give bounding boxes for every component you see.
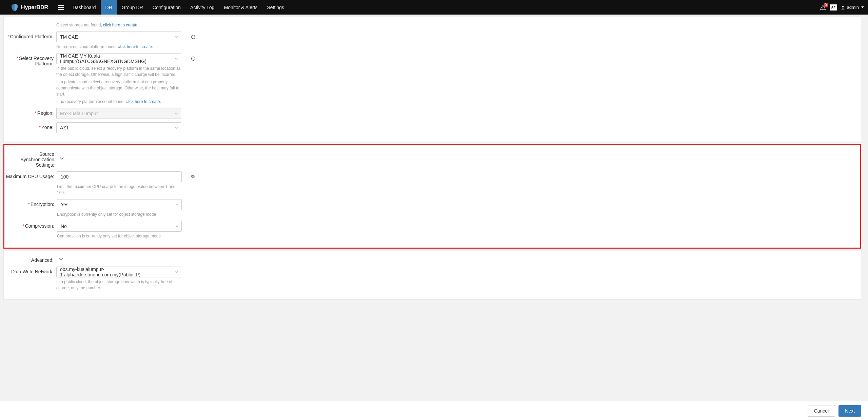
nav-item-group-dr[interactable]: Group DR: [117, 0, 148, 15]
hint-recovery-1: In the public cloud, select a recovery p…: [56, 65, 181, 78]
select-data-write-network[interactable]: obs.my-kualalumpur-1.alphaedge.tmone.com…: [56, 267, 181, 277]
hint-max-cpu: Limit the maximum CPU usage to an intege…: [57, 184, 182, 196]
user-menu[interactable]: admin: [841, 5, 864, 10]
select-encryption[interactable]: Yes: [57, 199, 182, 210]
input-max-cpu-field[interactable]: [61, 172, 172, 182]
row-data-write-network: Data Write Network: obs.my-kualalumpur-1…: [4, 265, 861, 293]
hamburger-icon: [58, 5, 64, 10]
alerts-button[interactable]: 0: [820, 4, 826, 11]
section-sync-title: Source Synchronization Settings:: [4, 149, 57, 168]
chevron-down-icon: [175, 271, 178, 273]
row-compression: *Compression: No Compression is currentl…: [4, 219, 860, 241]
select-value: No: [61, 224, 67, 229]
select-compression[interactable]: No: [57, 221, 182, 232]
row-configured-platform: *Configured Platform: TM CAE No required…: [4, 30, 861, 51]
chevron-down-icon: [175, 112, 178, 114]
row-encryption: *Encryption: Yes Encryption is currently…: [4, 197, 860, 219]
panel-sync-settings: Source Synchronization Settings: Maximum…: [3, 144, 861, 249]
nav-item-dr[interactable]: DR: [101, 0, 117, 15]
label-zone: *Zone:: [4, 122, 56, 130]
panel-advanced: Advanced: Data Write Network: obs.my-kua…: [3, 251, 861, 300]
user-icon: [841, 5, 845, 10]
select-zone[interactable]: AZ1: [56, 122, 181, 133]
hint-object-storage: Object storage not found, click here to …: [56, 22, 181, 28]
label-region: *Region:: [4, 108, 56, 116]
link-create-platform[interactable]: click here to create: [118, 44, 152, 49]
select-value: AZ1: [60, 125, 69, 130]
lang-badge-text: A⁺: [831, 5, 835, 9]
refresh-icon: [191, 34, 196, 40]
chevron-down-icon: [175, 36, 178, 38]
brand-text: HyperBDR: [21, 4, 48, 10]
shield-logo-icon: [10, 3, 19, 12]
panel-dr-platform: Object storage not found, click here to …: [3, 17, 861, 142]
top-nav: HyperBDR Dashboard DR Group DR Configura…: [0, 0, 868, 15]
nav-item-monitor-alerts[interactable]: Monitor & Alerts: [219, 0, 262, 15]
row-recovery-platform: *Select Recovery Platform: TM CAE-MY-Kua…: [4, 51, 861, 106]
hint-data-write: In a public cloud, the object storage ba…: [56, 279, 181, 291]
refresh-configured-platform[interactable]: [190, 34, 196, 40]
top-nav-left: HyperBDR Dashboard DR Group DR Configura…: [0, 0, 289, 15]
chevron-down-icon: [175, 225, 179, 227]
svg-point-2: [842, 6, 844, 7]
next-button[interactable]: Next: [839, 405, 861, 417]
section-advanced-title: Advanced:: [4, 255, 56, 263]
chevron-down-icon: [59, 258, 63, 260]
nav-label: DR: [105, 5, 112, 10]
select-value: MY-Kuala Lumpur: [60, 111, 98, 116]
chevron-down-icon: [175, 204, 179, 206]
hamburger-menu[interactable]: [54, 0, 68, 15]
hint-recovery-3: If no recovery platform account found, c…: [56, 99, 181, 105]
label-configured-platform: *Configured Platform:: [4, 31, 56, 39]
select-value: Yes: [61, 202, 68, 207]
link-create-recovery-platform[interactable]: click here to create: [126, 99, 160, 104]
label-max-cpu: Maximum CPU Usage:: [4, 171, 57, 179]
chevron-down-icon: [60, 157, 64, 160]
hint-recovery-2: In a private cloud, select a recovery pl…: [56, 79, 181, 97]
hint-compression: Compression is currently only set for ob…: [57, 233, 182, 239]
nav-item-activity-log[interactable]: Activity Log: [185, 0, 219, 15]
top-nav-right: 0 A⁺ admin: [820, 4, 864, 11]
nav-item-configuration[interactable]: Configuration: [148, 0, 185, 15]
row-region: *Region: MY-Kuala Lumpur: [4, 106, 861, 121]
input-max-cpu[interactable]: [57, 171, 182, 182]
section-advanced-header[interactable]: Advanced:: [4, 253, 861, 265]
select-value: TM CAE-MY-Kuala Lumpur(GATCG3AGNEXGTNGDM…: [60, 53, 171, 64]
alert-badge: 0: [824, 3, 828, 7]
footer-bar: Cancel Next: [0, 401, 868, 420]
refresh-recovery-platform[interactable]: [190, 56, 196, 62]
nav-label: Group DR: [122, 5, 143, 10]
select-recovery-platform[interactable]: TM CAE-MY-Kuala Lumpur(GATCG3AGNEXGTNGDM…: [56, 53, 181, 64]
caret-down-icon: [861, 6, 864, 8]
select-region[interactable]: MY-Kuala Lumpur: [56, 108, 181, 119]
link-create-object-storage[interactable]: click here to create: [103, 23, 137, 27]
nav-item-dashboard[interactable]: Dashboard: [68, 0, 101, 15]
nav-label: Activity Log: [190, 5, 215, 10]
label-encryption: *Encryption:: [4, 199, 57, 207]
nav-label: Dashboard: [73, 5, 96, 10]
select-value: TM CAE: [60, 34, 78, 40]
label-empty: [4, 21, 56, 23]
cancel-button[interactable]: Cancel: [808, 405, 835, 417]
nav-label: Monitor & Alerts: [224, 5, 258, 10]
hint-encryption: Encryption is currently only set for obj…: [57, 211, 182, 217]
language-toggle[interactable]: A⁺: [830, 4, 837, 10]
nav-item-settings[interactable]: Settings: [262, 0, 289, 15]
select-configured-platform[interactable]: TM CAE: [56, 31, 181, 42]
unit-percent: %: [191, 174, 195, 179]
row-max-cpu: Maximum CPU Usage: Limit the maximum CPU…: [4, 170, 860, 197]
section-sync-header[interactable]: Source Synchronization Settings:: [4, 147, 860, 170]
page-body: Object storage not found, click here to …: [0, 17, 868, 403]
row-object-storage-hint: Object storage not found, click here to …: [4, 19, 861, 30]
row-zone: *Zone: AZ1: [4, 121, 861, 135]
label-compression: *Compression:: [4, 221, 57, 229]
chevron-down-icon: [175, 127, 178, 129]
user-name: admin: [847, 5, 859, 10]
nav-items: Dashboard DR Group DR Configuration Acti…: [68, 0, 289, 15]
brand: HyperBDR: [0, 3, 54, 12]
refresh-icon: [191, 56, 196, 61]
hint-configured-platform: No required cloud platform found, click …: [56, 44, 181, 50]
svg-point-1: [823, 8, 823, 9]
nav-label: Configuration: [153, 5, 181, 10]
chevron-down-icon: [175, 58, 178, 60]
